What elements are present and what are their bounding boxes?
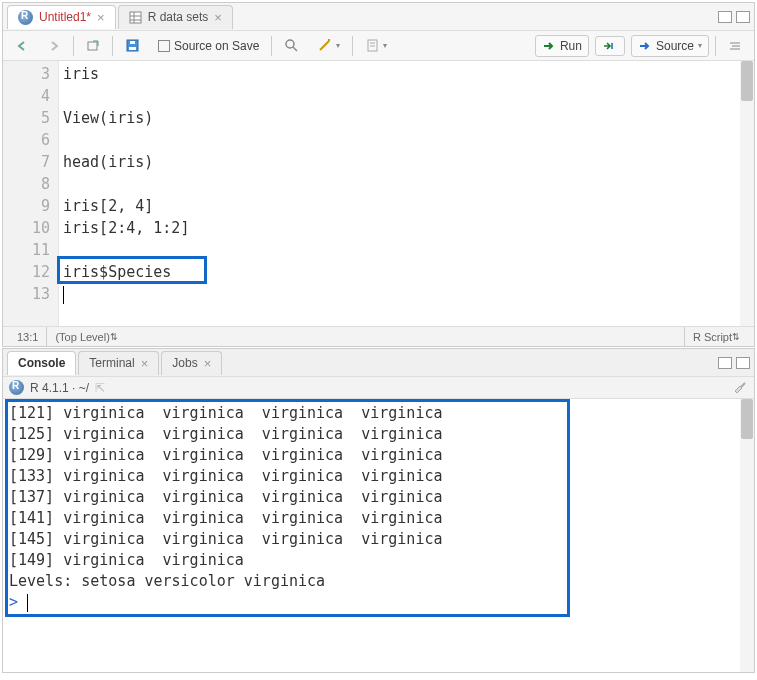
- close-icon[interactable]: ×: [204, 357, 212, 370]
- popout-icon[interactable]: ⇱: [95, 381, 105, 395]
- code-line[interactable]: iris$Species: [63, 261, 750, 283]
- code-line[interactable]: [63, 85, 750, 107]
- source-button[interactable]: Source ▾: [631, 35, 709, 57]
- scrollbar-thumb[interactable]: [741, 61, 753, 101]
- code-editor[interactable]: 3 4 5 6 7 8 9 10 11 12 13 iris View(iris…: [3, 61, 754, 326]
- tab-label: Console: [18, 356, 65, 370]
- table-icon: [129, 11, 142, 24]
- language-selector[interactable]: R Script ⇅: [684, 327, 748, 346]
- code-area[interactable]: iris View(iris) head(iris) iris[2, 4] ir…: [59, 61, 754, 326]
- console-tabstrip: Console Terminal × Jobs ×: [3, 349, 754, 377]
- scrollbar-thumb[interactable]: [741, 399, 753, 439]
- console-line: [121] virginica virginica virginica virg…: [9, 403, 748, 424]
- minimize-pane-button[interactable]: [718, 357, 732, 369]
- console-line: [149] virginica virginica: [9, 550, 748, 571]
- maximize-pane-button[interactable]: [736, 11, 750, 23]
- rerun-button[interactable]: [595, 36, 625, 56]
- save-button[interactable]: [119, 35, 146, 56]
- outline-button[interactable]: [722, 37, 748, 55]
- source-on-save-toggle[interactable]: Source on Save: [152, 36, 265, 56]
- code-line[interactable]: View(iris): [63, 107, 750, 129]
- console-scrollbar[interactable]: [740, 399, 754, 672]
- r-file-icon: [18, 10, 33, 25]
- source-pane: Untitled1* × R data sets × Source on Sav…: [2, 2, 755, 347]
- code-line[interactable]: [63, 173, 750, 195]
- find-button[interactable]: [278, 35, 305, 56]
- svg-rect-0: [130, 12, 141, 23]
- svg-point-8: [286, 40, 294, 48]
- window-controls: [718, 11, 750, 23]
- tab-label: Untitled1*: [39, 10, 91, 24]
- code-line[interactable]: iris[2, 4]: [63, 195, 750, 217]
- forward-button[interactable]: [41, 36, 67, 56]
- line-gutter: 3 4 5 6 7 8 9 10 11 12 13: [3, 61, 59, 326]
- close-icon[interactable]: ×: [141, 357, 149, 370]
- clear-console-button[interactable]: [732, 381, 748, 395]
- svg-line-10: [320, 41, 329, 50]
- minimize-pane-button[interactable]: [718, 11, 732, 23]
- svg-rect-7: [130, 41, 135, 44]
- window-controls: [718, 357, 750, 369]
- tab-jobs[interactable]: Jobs ×: [161, 351, 222, 375]
- scope-selector[interactable]: (Top Level) ⇅: [46, 327, 125, 346]
- tab-console[interactable]: Console: [7, 351, 76, 375]
- source-on-save-label: Source on Save: [174, 39, 259, 53]
- console-prompt[interactable]: >: [9, 592, 748, 613]
- console-line: [137] virginica virginica virginica virg…: [9, 487, 748, 508]
- cursor-position: 13:1: [9, 327, 46, 346]
- tab-label: R data sets: [148, 10, 209, 24]
- code-line[interactable]: [63, 129, 750, 151]
- console-line: Levels: setosa versicolor virginica: [9, 571, 748, 592]
- tab-terminal[interactable]: Terminal ×: [78, 351, 159, 375]
- editor-scrollbar[interactable]: [740, 61, 754, 326]
- back-button[interactable]: [9, 36, 35, 56]
- code-line[interactable]: iris: [63, 63, 750, 85]
- console-header: R 4.1.1 · ~/ ⇱: [3, 377, 754, 399]
- tab-label: Terminal: [89, 356, 134, 370]
- editor-statusbar: 13:1 (Top Level) ⇅ R Script ⇅: [3, 326, 754, 346]
- close-icon[interactable]: ×: [214, 11, 222, 24]
- code-line[interactable]: iris[2:4, 1:2]: [63, 217, 750, 239]
- console-line: [145] virginica virginica virginica virg…: [9, 529, 748, 550]
- run-label: Run: [560, 39, 582, 53]
- close-icon[interactable]: ×: [97, 11, 105, 24]
- svg-line-9: [293, 47, 297, 51]
- show-in-new-window-button[interactable]: [80, 36, 106, 56]
- code-line[interactable]: head(iris): [63, 151, 750, 173]
- maximize-pane-button[interactable]: [736, 357, 750, 369]
- console-output[interactable]: [121] virginica virginica virginica virg…: [3, 399, 754, 672]
- tab-untitled1[interactable]: Untitled1* ×: [7, 5, 116, 29]
- notebook-button[interactable]: ▾: [359, 35, 393, 56]
- console-line: [133] virginica virginica virginica virg…: [9, 466, 748, 487]
- console-pane: Console Terminal × Jobs × R 4.1.1 · ~/ ⇱…: [2, 348, 755, 673]
- source-icon: [638, 40, 652, 52]
- r-version-text: R 4.1.1 · ~/: [30, 381, 89, 395]
- svg-rect-4: [88, 42, 97, 50]
- tab-label: Jobs: [172, 356, 197, 370]
- run-button[interactable]: Run: [535, 35, 589, 57]
- code-line[interactable]: [63, 283, 750, 305]
- checkbox-icon: [158, 40, 170, 52]
- svg-line-17: [741, 383, 745, 387]
- console-line: [129] virginica virginica virginica virg…: [9, 445, 748, 466]
- wand-button[interactable]: ▾: [311, 35, 346, 56]
- console-line: [141] virginica virginica virginica virg…: [9, 508, 748, 529]
- console-line: [125] virginica virginica virginica virg…: [9, 424, 748, 445]
- tab-rdatasets[interactable]: R data sets ×: [118, 5, 233, 29]
- code-line[interactable]: [63, 239, 750, 261]
- r-logo-icon: [9, 380, 24, 395]
- source-label: Source: [656, 39, 694, 53]
- run-icon: [542, 40, 556, 52]
- editor-toolbar: Source on Save ▾ ▾ Run Source ▾: [3, 31, 754, 61]
- editor-tabstrip: Untitled1* × R data sets ×: [3, 3, 754, 31]
- svg-rect-6: [129, 47, 136, 50]
